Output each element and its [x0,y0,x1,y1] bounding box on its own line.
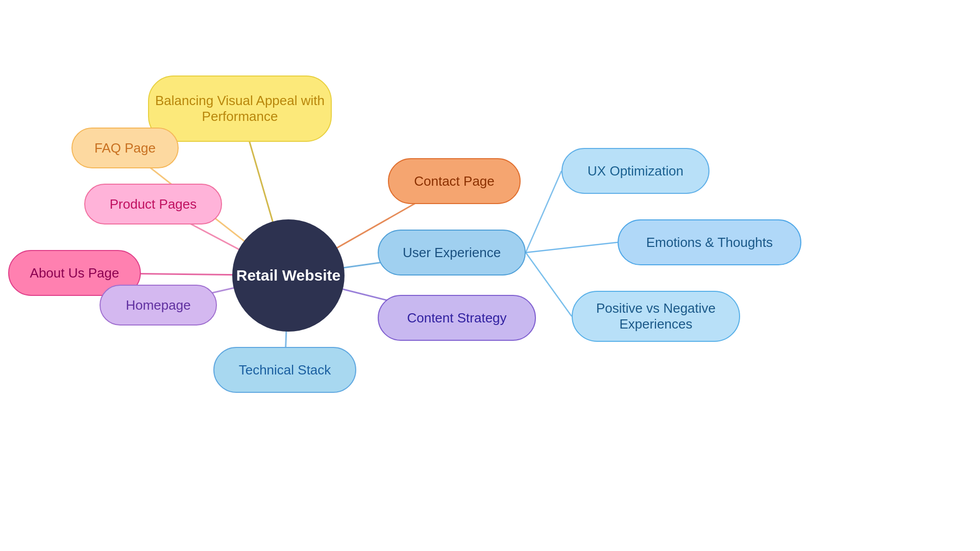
emotions-label: Emotions & Thoughts [646,235,773,251]
contact-node[interactable]: Contact Page [388,158,521,204]
product-node[interactable]: Product Pages [84,184,222,224]
ux-opt-node[interactable]: UX Optimization [561,148,709,194]
homepage-node[interactable]: Homepage [100,285,217,325]
homepage-label: Homepage [126,297,190,313]
positive-node[interactable]: Positive vs Negative Experiences [572,291,740,342]
center-node[interactable]: Retail Website [232,219,345,332]
svg-line-10 [526,242,618,253]
faq-node[interactable]: FAQ Page [71,128,179,168]
ux-opt-label: UX Optimization [587,163,683,179]
contact-label: Contact Page [414,173,495,189]
balancing-label: Balancing Visual Appeal with Performance [149,93,331,124]
technical-label: Technical Stack [239,362,331,378]
balancing-node[interactable]: Balancing Visual Appeal with Performance [148,76,332,142]
content-strategy-label: Content Strategy [407,310,506,326]
svg-line-9 [526,171,561,253]
product-label: Product Pages [110,196,197,212]
user-experience-label: User Experience [403,245,501,261]
technical-node[interactable]: Technical Stack [213,347,356,393]
user-experience-node[interactable]: User Experience [378,230,526,276]
content-strategy-node[interactable]: Content Strategy [378,295,536,341]
center-label: Retail Website [236,267,341,284]
emotions-node[interactable]: Emotions & Thoughts [618,219,801,265]
about-label: About Us Page [30,265,119,281]
positive-label: Positive vs Negative Experiences [573,300,739,332]
faq-label: FAQ Page [94,140,156,156]
